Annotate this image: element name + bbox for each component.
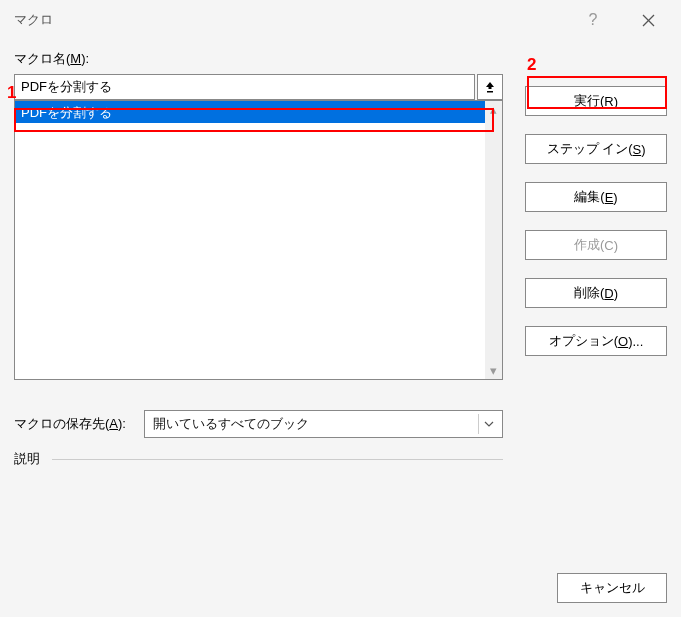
scroll-down-icon[interactable]: ▾	[485, 362, 502, 379]
svg-rect-2	[487, 91, 493, 93]
chevron-down-icon	[478, 414, 498, 434]
description-label: 説明	[14, 450, 40, 468]
edit-hotkey: E	[605, 190, 614, 205]
delete-hotkey: D	[604, 286, 613, 301]
store-dropdown-value: 開いているすべてのブック	[153, 415, 309, 433]
delete-button[interactable]: 削除(D)	[525, 278, 667, 308]
macro-name-input-wrap	[14, 74, 475, 100]
options-hotkey: O	[618, 334, 628, 349]
store-label-pre: マクロの保存先(	[14, 416, 109, 431]
create-pre: 作成(	[574, 236, 604, 254]
arrow-up-icon	[484, 80, 496, 94]
macro-list[interactable]: PDFを分割する ▴ ▾	[14, 100, 503, 380]
left-column: マクロ名(M): PDFを分割する ▴ ▾ マ	[14, 50, 503, 468]
store-dropdown[interactable]: 開いているすべてのブック	[144, 410, 503, 438]
edit-pre: 編集(	[574, 188, 604, 206]
delete-pre: 削除(	[574, 284, 604, 302]
macro-name-label-pre: マクロ名(	[14, 51, 70, 66]
run-pre: 実行(	[574, 92, 604, 110]
options-pre: オプション(	[549, 332, 618, 350]
run-hotkey: R	[604, 94, 613, 109]
run-post: )	[614, 94, 618, 109]
create-button: 作成(C)	[525, 230, 667, 260]
help-button[interactable]: ?	[581, 11, 605, 29]
store-row: マクロの保存先(A): 開いているすべてのブック	[14, 410, 503, 438]
step-hotkey: S	[632, 142, 641, 157]
run-button[interactable]: 実行(R)	[525, 86, 667, 116]
options-post: )...	[628, 334, 643, 349]
store-label: マクロの保存先(A):	[14, 415, 126, 433]
titlebar-controls: ?	[581, 4, 671, 36]
create-post: )	[614, 238, 618, 253]
macro-name-hotkey: M	[70, 51, 81, 66]
right-column: 実行(R) ステップ イン(S) 編集(E) 作成(C) 削除(D) オプション…	[525, 50, 667, 468]
titlebar: マクロ ?	[0, 0, 681, 40]
list-item[interactable]: PDFを分割する	[15, 101, 485, 123]
close-icon	[642, 14, 655, 27]
dialog-body: マクロ名(M): PDFを分割する ▴ ▾ マ	[0, 40, 681, 482]
macro-list-items: PDFを分割する	[15, 101, 485, 379]
description-separator	[52, 459, 503, 460]
scrollbar[interactable]: ▴ ▾	[485, 101, 502, 379]
step-button[interactable]: ステップ イン(S)	[525, 134, 667, 164]
options-button[interactable]: オプション(O)...	[525, 326, 667, 356]
step-pre: ステップ イン(	[547, 140, 633, 158]
delete-post: )	[614, 286, 618, 301]
macro-name-label: マクロ名(M):	[14, 50, 503, 68]
dialog-title: マクロ	[14, 11, 53, 29]
create-hotkey: C	[604, 238, 613, 253]
goto-button[interactable]	[477, 74, 503, 100]
macro-name-input[interactable]	[15, 75, 474, 99]
scroll-up-icon[interactable]: ▴	[485, 101, 502, 118]
edit-post: )	[613, 190, 617, 205]
description-row: 説明	[14, 450, 503, 468]
close-button[interactable]	[625, 4, 671, 36]
step-post: )	[641, 142, 645, 157]
store-label-post: ):	[118, 416, 126, 431]
macro-name-label-post: ):	[81, 51, 89, 66]
edit-button[interactable]: 編集(E)	[525, 182, 667, 212]
macro-name-row	[14, 74, 503, 100]
store-hotkey: A	[109, 416, 118, 431]
cancel-button[interactable]: キャンセル	[557, 573, 667, 603]
spacer	[525, 50, 667, 68]
cancel-area: キャンセル	[557, 573, 667, 603]
